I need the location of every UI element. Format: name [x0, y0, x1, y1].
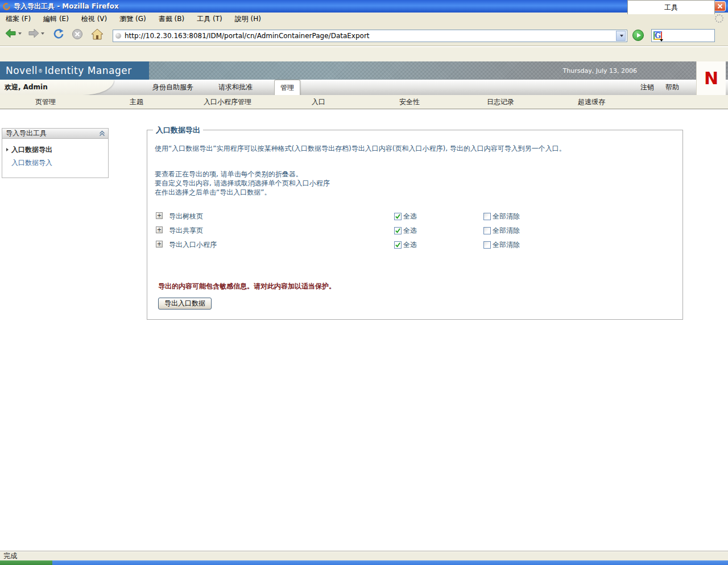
sidebar-item-portal-data-import[interactable]: 入口数据导入 — [2, 156, 108, 170]
url-bar[interactable]: http://10.2.30.163:8081/IDM/portal/cn/Ad… — [113, 30, 627, 42]
export-portal-data-button[interactable]: 导出入口数据 — [158, 298, 212, 310]
home-button[interactable] — [91, 28, 104, 40]
subtab-themes[interactable]: 主题 — [91, 95, 182, 109]
go-icon — [637, 33, 641, 38]
status-bar: 完成 — [0, 551, 728, 560]
stop-icon — [72, 28, 83, 40]
registered-mark: ® — [38, 69, 43, 74]
select-all-checkbox[interactable] — [394, 241, 402, 249]
menu-file[interactable]: 檔案 (F) — [6, 14, 31, 24]
checkmark-icon — [395, 242, 401, 248]
subtab-tools-spacer — [637, 95, 728, 109]
menu-tools[interactable]: 工具 (T) — [197, 14, 222, 24]
clear-all-checkbox[interactable] — [483, 241, 491, 249]
current-date: Thursday, July 13, 2006 — [563, 61, 637, 80]
tab-requests-approvals[interactable]: 请求和批准 — [218, 80, 253, 95]
expand-plus-icon[interactable]: + — [156, 226, 163, 233]
back-dropdown-icon[interactable] — [18, 32, 22, 35]
firefox-icon — [2, 2, 11, 11]
forward-dropdown-icon[interactable] — [41, 32, 44, 35]
collapse-chevrons-icon[interactable] — [98, 130, 106, 137]
menu-bookmarks[interactable]: 書籤 (B) — [159, 14, 184, 24]
sidebar-panel: 导入导出工具 入口数据导出 入口数据导入 — [2, 128, 109, 178]
row-label: 导出入口小程序 — [169, 240, 217, 250]
subtab-caching[interactable]: 超速缓存 — [546, 95, 637, 109]
checkmark-icon — [395, 228, 401, 234]
select-all-group: 全选 — [394, 212, 417, 221]
menu-view[interactable]: 檢視 (V) — [81, 14, 107, 24]
select-all-label: 全选 — [403, 240, 417, 250]
subtab-portal[interactable]: 入口 — [273, 95, 364, 109]
fieldset-legend: 入口数据导出 — [153, 125, 203, 135]
help-link[interactable]: 帮助 — [665, 80, 679, 95]
welcome-label: 欢迎, Admin — [0, 80, 114, 95]
main-tabs-row: 欢迎, Admin 身份自助服务 请求和批准 管理 注销 帮助 — [0, 80, 728, 95]
clear-all-label: 全部清除 — [493, 240, 520, 250]
bookmarks-strip — [0, 47, 728, 61]
chevron-down-icon — [620, 35, 623, 37]
page-content: 导入导出工具 入口数据导出 入口数据导入 入口数据导出 使用“入口数据导出”实用… — [0, 109, 728, 551]
subtab-security[interactable]: 安全性 — [364, 95, 455, 109]
clear-all-checkbox[interactable] — [483, 213, 491, 220]
forward-button[interactable] — [27, 28, 44, 38]
go-button[interactable] — [632, 30, 644, 41]
instructions-block: 要查看正在导出的项, 请单击每个类别的折叠器。 要自定义导出内容, 请选择或取消… — [155, 170, 330, 197]
sidebar-header: 导入导出工具 — [2, 129, 108, 139]
instruction-line: 要查看正在导出的项, 请单击每个类别的折叠器。 — [155, 170, 330, 179]
select-all-group: 全选 — [394, 226, 417, 236]
subtab-page-admin[interactable]: 页管理 — [0, 95, 91, 109]
google-search-icon[interactable]: G — [653, 31, 662, 40]
select-all-label: 全选 — [403, 226, 417, 236]
tab-administration[interactable]: 管理 — [274, 80, 300, 95]
sidebar-item-portal-data-export[interactable]: 入口数据导出 — [2, 143, 108, 156]
product-name: Identity Manager — [45, 65, 132, 76]
select-all-checkbox[interactable] — [394, 227, 402, 234]
export-row-container-pages: + 导出树枝页 全选 全部清除 — [147, 212, 684, 221]
back-button[interactable] — [5, 28, 22, 38]
subtab-tools[interactable]: 工具 — [627, 0, 715, 14]
window-titlebar: 导入导出工具 - Mozilla Firefox — [0, 0, 728, 13]
clear-all-label: 全部清除 — [493, 226, 520, 236]
subtab-logging[interactable]: 日志记录 — [455, 95, 546, 109]
close-icon — [716, 2, 724, 10]
forward-icon — [27, 28, 40, 38]
menu-bar: 檔案 (F) 編輯 (E) 檢視 (V) 瀏覽 (G) 書籤 (B) 工具 (T… — [0, 13, 728, 26]
home-icon — [91, 28, 104, 40]
select-all-checkbox[interactable] — [394, 213, 402, 220]
stop-button[interactable] — [72, 28, 83, 40]
search-engine-dropdown-icon[interactable] — [660, 39, 663, 42]
sidebar-title: 导入导出工具 — [6, 129, 98, 138]
instruction-line: 要自定义导出内容, 请选择或取消选择单个页和入口小程序 — [155, 179, 330, 188]
tab-identity-self-service[interactable]: 身份自助服务 — [152, 80, 193, 95]
subtab-portlet-admin[interactable]: 入口小程序管理 — [182, 95, 273, 109]
select-all-group: 全选 — [394, 240, 417, 250]
novell-n-icon: N — [704, 68, 718, 88]
sensitive-info-warning: 导出的内容可能包含敏感信息。请对此内容加以适当保护。 — [158, 282, 336, 291]
clear-all-label: 全部清除 — [493, 212, 520, 221]
url-dropdown-button[interactable] — [616, 31, 626, 41]
close-button[interactable] — [714, 1, 726, 11]
menu-go[interactable]: 瀏覽 (G) — [119, 14, 146, 24]
menu-help[interactable]: 說明 (H) — [235, 14, 261, 24]
row-label: 导出共享页 — [169, 226, 203, 236]
expand-plus-icon[interactable]: + — [156, 212, 163, 219]
sidebar-items: 入口数据导出 入口数据导入 — [2, 139, 108, 178]
row-label: 导出树枝页 — [169, 212, 203, 221]
search-input[interactable]: G — [651, 29, 715, 42]
windows-taskbar — [0, 560, 728, 565]
portal-data-export-fieldset: 入口数据导出 使用“入口数据导出”实用程序可以按某种格式(入口数据导出存档)导出… — [147, 130, 683, 320]
clear-all-checkbox[interactable] — [483, 227, 491, 234]
export-row-portlets: + 导出入口小程序 全选 全部清除 — [147, 240, 684, 249]
expand-plus-icon[interactable]: + — [156, 241, 163, 248]
menu-edit[interactable]: 編輯 (E) — [43, 14, 69, 24]
logout-link[interactable]: 注销 — [640, 80, 654, 95]
export-row-shared-pages: + 导出共享页 全选 全部清除 — [147, 226, 684, 235]
page-favicon — [115, 33, 121, 39]
select-all-label: 全选 — [403, 212, 417, 221]
admin-subtabs: 页管理 主题 入口小程序管理 入口 安全性 日志记录 超速缓存 — [0, 95, 728, 109]
product-banner: Novell® Identity Manager Thursday, July … — [0, 61, 728, 80]
url-text[interactable]: http://10.2.30.163:8081/IDM/portal/cn/Ad… — [125, 32, 616, 40]
intro-text: 使用“入口数据导出”实用程序可以按某种格式(入口数据导出存档)导出入口内容(页和… — [155, 144, 672, 153]
reload-button[interactable] — [52, 28, 65, 40]
start-button[interactable] — [0, 560, 52, 565]
